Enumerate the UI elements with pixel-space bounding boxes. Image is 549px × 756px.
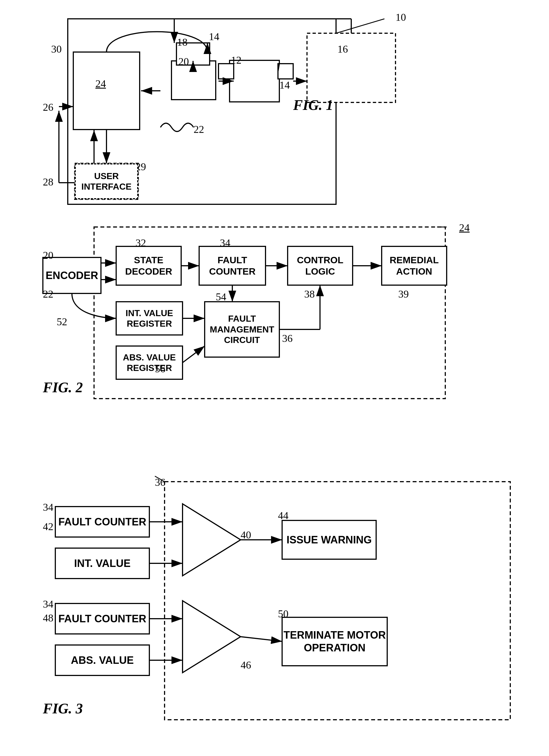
ref-22: 22 <box>194 123 204 135</box>
fig3-ref-34b: 34 <box>43 598 53 610</box>
fig3-ref-44: 44 <box>278 509 288 522</box>
svg-rect-8 <box>278 64 293 79</box>
ref-30: 30 <box>51 43 62 55</box>
fault-counter-top-label: FAULT COUNTER <box>58 516 146 528</box>
remedial-action-label: REMEDIAL ACTION <box>382 254 447 277</box>
ref-12: 12 <box>231 54 242 66</box>
svg-rect-6 <box>230 60 279 102</box>
fig2-ref-34: 34 <box>220 237 231 249</box>
fig2-ref-39: 39 <box>398 288 409 300</box>
svg-rect-4 <box>172 61 216 100</box>
ref-14a: 14 <box>209 30 219 43</box>
fig2-ref-24: 24 <box>459 221 470 234</box>
ref-20: 20 <box>178 55 189 68</box>
fig2-ref-22: 22 <box>43 288 53 300</box>
user-interface-label: USER INTERFACE <box>76 171 137 192</box>
fig3-ref-42: 42 <box>43 520 53 533</box>
int-value-reg-label: INT. VALUE REGISTER <box>116 308 183 329</box>
fig2-ref-52: 52 <box>57 316 67 328</box>
abs-value-reg-label: ABS. VALUE REGISTER <box>116 352 183 373</box>
ref-26: 26 <box>43 101 53 113</box>
issue-warning-label: ISSUE WARNING <box>286 534 372 546</box>
fault-counter-bot-label: FAULT COUNTER <box>58 613 146 625</box>
svg-marker-51 <box>183 504 241 576</box>
svg-line-24 <box>278 64 279 71</box>
fig3-ref-34a: 34 <box>43 501 53 513</box>
svg-line-60 <box>241 637 282 641</box>
fig3-label: FIG. 3 <box>43 700 83 717</box>
fig2-ref-56: 56 <box>155 363 165 375</box>
svg-line-25 <box>336 19 384 33</box>
fig2-ref-32: 32 <box>136 237 146 249</box>
fig2-ref-38: 38 <box>304 288 315 300</box>
fig3-ref-36: 36 <box>155 476 165 488</box>
terminate-label: TERMINATE MOTOR OPERATION <box>282 629 387 654</box>
fig2-label: FIG. 2 <box>43 379 83 396</box>
svg-rect-9 <box>307 33 395 102</box>
fault-mgmt-label: FAULT MANAGEMENT CIRCUIT <box>205 313 279 345</box>
fault-counter-fig2-label: FAULT COUNTER <box>199 254 266 277</box>
encoder-label: ENCODER <box>46 270 98 282</box>
ref-24: 24 <box>95 78 106 90</box>
fig3-ref-50: 50 <box>278 608 288 620</box>
fig2-ref-20: 20 <box>43 249 53 261</box>
int-value-label: INT. VALUE <box>74 558 131 569</box>
fig2-ref-54: 54 <box>216 291 226 303</box>
fig3-ref-48: 48 <box>43 612 53 624</box>
user-interface-box: USER INTERFACE <box>75 163 138 199</box>
svg-marker-52 <box>183 601 241 673</box>
control-logic-label: CONTROL LOGIC <box>287 254 353 277</box>
svg-line-42 <box>183 346 205 363</box>
ref-18: 18 <box>177 36 188 48</box>
ref-28: 28 <box>43 176 53 188</box>
fig3-ref-46: 46 <box>241 659 251 671</box>
ref-14b: 14 <box>279 79 290 91</box>
svg-rect-46 <box>165 482 510 720</box>
fig3-ref-40: 40 <box>241 529 251 541</box>
ref-16: 16 <box>337 43 348 55</box>
ref-10: 10 <box>395 11 406 23</box>
fig1-label: FIG. 1 <box>293 97 333 113</box>
svg-rect-3 <box>73 52 140 130</box>
fig2-ref-36: 36 <box>282 332 292 344</box>
state-decoder-label: STATE DECODER <box>116 254 181 277</box>
abs-value-label: ABS. VALUE <box>71 654 134 666</box>
